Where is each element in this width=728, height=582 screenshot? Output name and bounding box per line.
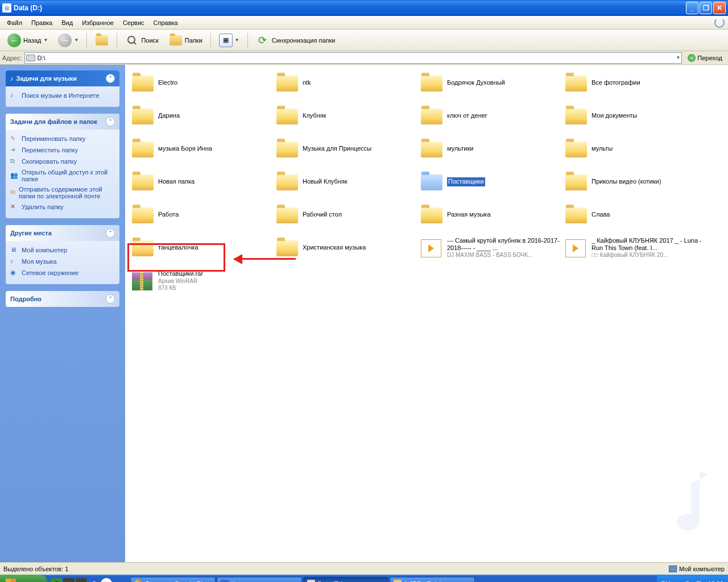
panel-other-places: Другие места ˄ 🖥Мой компьютер ♪Моя музык… (6, 225, 119, 284)
folder-item[interactable]: Разная музыка (420, 203, 562, 226)
folder-item[interactable]: Все фотографии (564, 72, 706, 94)
rar-icon (131, 271, 155, 290)
forward-arrow-icon: → (58, 34, 72, 47)
folder-item[interactable]: Мои документы (564, 105, 706, 127)
folder-label: мультики (447, 145, 473, 152)
folder-item[interactable]: Новый Клубняк (275, 171, 417, 193)
task-button-paint[interactable]: 1.JPG - Paint (390, 577, 475, 583)
address-field[interactable]: D:\ ▼ (24, 52, 682, 64)
menu-favorites[interactable]: Избранное (77, 18, 118, 27)
link-network[interactable]: ◉Сетевое окружение (10, 267, 115, 278)
folder-label: мульты (592, 145, 613, 152)
folder-item[interactable]: Слава (564, 203, 706, 226)
panel-header[interactable]: Задачи для файлов и папок ˄ (6, 114, 119, 130)
menu-help[interactable]: Справка (149, 18, 183, 27)
ql-item[interactable]: ♣ (76, 578, 87, 583)
explorer-icon (307, 580, 315, 583)
folder-label: Клубняк (303, 112, 326, 119)
media-file-item[interactable]: _ Кайфовый КЛУБНЯК 2017 _ - Luna - Run T… (564, 236, 706, 259)
link-email-folder[interactable]: ✉Отправить содержимое этой папки по элек… (10, 184, 115, 201)
address-value: D:\ (38, 55, 46, 61)
folder-item[interactable]: Дарина (131, 105, 273, 127)
panel-header[interactable]: ♪Задачи для музыки ˄ (6, 70, 119, 86)
folder-item[interactable]: Клубняк (275, 105, 417, 127)
folder-item[interactable]: Electro (131, 72, 273, 94)
folder-item[interactable]: Музыка для Принцессы (275, 138, 417, 160)
folder-label: ntk (303, 79, 311, 86)
link-my-music[interactable]: ♪Моя музыка (10, 256, 115, 267)
folder-icon (131, 73, 155, 93)
tray-icon[interactable]: ‹ (673, 580, 681, 583)
folder-item[interactable]: Поставщики (420, 171, 562, 193)
ql-item[interactable]: ▲ (63, 578, 75, 583)
folder-item[interactable]: Приколы видео (котики) (564, 171, 706, 193)
ql-item[interactable]: ⊕ (88, 578, 100, 583)
task-button-explorer[interactable]: Data (D:) (303, 577, 388, 583)
file-type: Архив WinRAR (158, 278, 203, 285)
folder-item[interactable]: мульты (564, 138, 706, 160)
folder-item[interactable]: Христианская музыка (275, 236, 417, 259)
dropdown-icon[interactable]: ▼ (676, 55, 680, 60)
folder-label: ключ от денег (447, 112, 487, 119)
link-move-folder[interactable]: ➜Переместить папку (10, 144, 115, 156)
task-button-chrome[interactable]: Диалоги - Google Ch... (130, 577, 216, 583)
folder-item[interactable]: ключ от денег (420, 105, 562, 127)
link-share-folder[interactable]: 👥Открыть общий доступ к этой папке (10, 167, 115, 184)
ql-item[interactable]: Y (101, 578, 112, 583)
maximize-button[interactable]: ❐ (700, 2, 712, 14)
folder-icon (564, 73, 588, 93)
app-icon: ⊞ (2, 3, 11, 13)
folder-item[interactable]: Работа (131, 203, 273, 226)
language-indicator[interactable]: RU (661, 580, 671, 583)
link-delete-folder[interactable]: ✕Удалить папку (10, 201, 115, 213)
ql-expand[interactable]: » (113, 578, 125, 583)
folder-item[interactable]: Рабочий стол (275, 203, 417, 226)
menu-file[interactable]: Файл (2, 18, 27, 27)
menu-tools[interactable]: Сервис (118, 18, 149, 27)
media-file-item[interactable]: --- Самый крутой клубняк в 2016-2017-201… (420, 236, 562, 259)
folder-label: Бодрячок Духовный (447, 79, 505, 86)
computer-icon: 🖥 (10, 246, 18, 254)
folder-label: Мои документы (592, 112, 637, 119)
menu-edit[interactable]: Правка (27, 18, 57, 27)
task-button-word[interactable]: Как отправить архи... (217, 577, 302, 583)
delete-icon: ✕ (10, 203, 18, 211)
folder-item[interactable]: мультики (420, 138, 562, 160)
forward-button[interactable]: → ▼ (54, 32, 82, 49)
search-button[interactable]: Поиск (121, 32, 162, 49)
minimize-button[interactable]: _ (686, 2, 698, 14)
folder-icon (420, 73, 444, 93)
link-copy-folder[interactable]: ⧉Скопировать папку (10, 156, 115, 167)
tray-icon[interactable]: ⊞ (696, 580, 704, 583)
music-note-icon: ♪ (10, 75, 14, 82)
folder-item[interactable]: ntk (275, 72, 417, 94)
rar-file-item[interactable]: Поставщики.rar Архив WinRAR 873 КБ (131, 269, 273, 292)
file-list-area[interactable]: Electro ntk Бодрячок Духовный Все фотогр… (125, 65, 728, 562)
views-button[interactable]: ▦ ▼ (215, 32, 243, 49)
start-button[interactable]: пуск (0, 575, 47, 582)
up-button[interactable] (91, 32, 113, 49)
back-label: Назад (23, 37, 42, 44)
separator (117, 33, 117, 48)
close-button[interactable]: ✕ (713, 2, 726, 14)
sync-button[interactable]: ⟳ Синхронизация папки (252, 32, 340, 49)
tray-icon[interactable]: ◐ (685, 580, 693, 583)
menu-view[interactable]: Вид (57, 18, 77, 27)
file-meta: □□ Кайфовый КЛУБНЯК 20... (592, 252, 706, 259)
link-rename-folder[interactable]: ✎Переименовать папку (10, 133, 115, 144)
panel-header[interactable]: Подробно ˅ (6, 291, 119, 307)
folders-button[interactable]: Папки (165, 32, 206, 49)
folder-item[interactable]: Бодрячок Духовный (420, 72, 562, 94)
link-my-computer[interactable]: 🖥Мой компьютер (10, 244, 115, 256)
clock[interactable]: 12:39 (708, 580, 723, 583)
back-button[interactable]: ← Назад ▼ (3, 32, 52, 49)
folder-label: Слава (592, 211, 610, 218)
go-button[interactable]: → Переход (684, 54, 726, 62)
folder-icon (564, 205, 588, 225)
panel-header[interactable]: Другие места ˄ (6, 225, 119, 241)
folder-item[interactable]: музыка Боря Инна (131, 138, 273, 160)
folder-item[interactable]: Новая папка (131, 171, 273, 193)
link-search-music-online[interactable]: ♪ Поиск музыки в Интернете (10, 90, 115, 101)
ql-item[interactable]: ⊙ (51, 578, 62, 583)
folder-label: Рабочий стол (303, 211, 342, 218)
